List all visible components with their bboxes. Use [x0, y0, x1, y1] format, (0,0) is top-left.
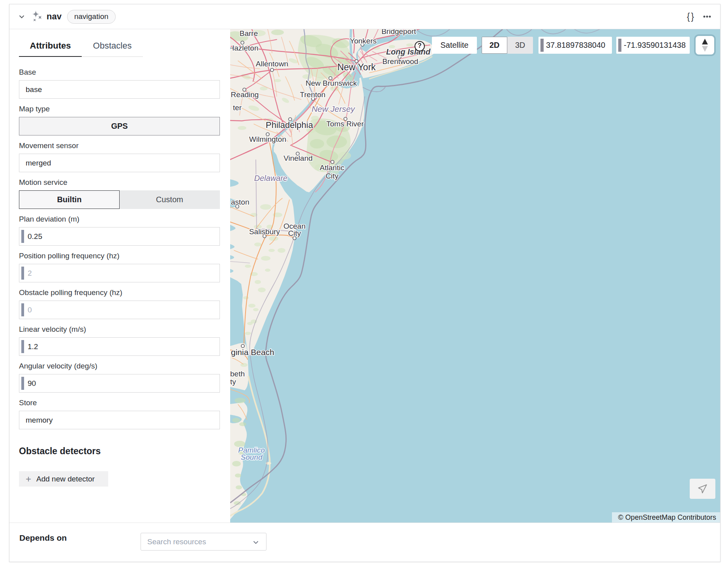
svg-text:Wilmington: Wilmington [249, 135, 286, 143]
svg-text:Atlantic: Atlantic [320, 164, 344, 172]
svg-text:Allentown: Allentown [256, 60, 288, 68]
svg-text:beth: beth [230, 370, 245, 378]
svg-text:City: City [288, 229, 301, 237]
svg-text:New York: New York [337, 62, 376, 72]
svg-text:ty: ty [230, 378, 236, 386]
svg-text:Reading: Reading [231, 90, 259, 99]
svg-text:Vineland: Vineland [283, 154, 313, 162]
svg-text:Trenton: Trenton [300, 90, 326, 99]
svg-text:Brentwood: Brentwood [383, 57, 418, 66]
svg-text:Hazleton: Hazleton [230, 44, 259, 52]
svg-text:Yonkers: Yonkers [350, 37, 377, 45]
svg-text:Philadelphia: Philadelphia [266, 120, 313, 130]
svg-text:Sound: Sound [241, 453, 263, 461]
svg-text:Salisbury: Salisbury [249, 227, 280, 236]
svg-text:Bridgeport: Bridgeport [381, 29, 416, 36]
svg-text:ter: ter [233, 103, 242, 112]
svg-text:Delaware: Delaware [254, 174, 287, 182]
svg-text:aston: aston [231, 198, 249, 206]
svg-text:Toms River: Toms River [326, 120, 364, 128]
svg-text:New Brunswick: New Brunswick [306, 79, 357, 87]
svg-text:City: City [326, 172, 339, 180]
svg-text:New Jersey: New Jersey [311, 104, 355, 113]
svg-text:ginia Beach: ginia Beach [231, 348, 274, 357]
svg-text:Barre: Barre [240, 29, 258, 38]
